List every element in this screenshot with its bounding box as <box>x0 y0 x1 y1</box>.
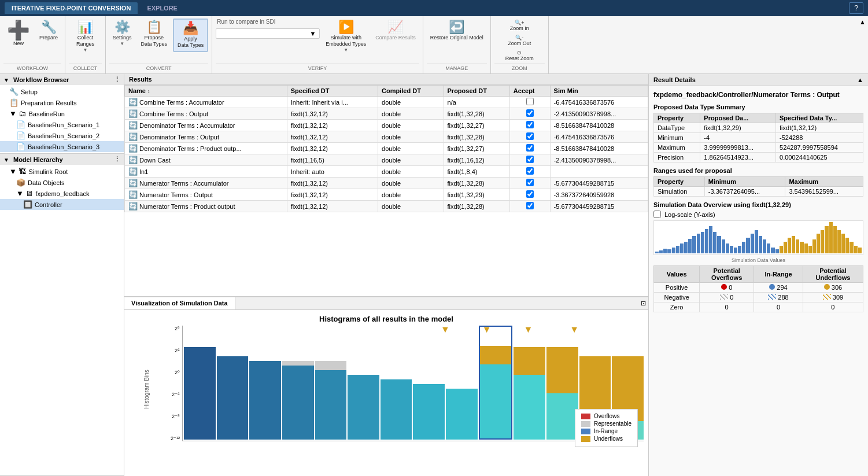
val-col-overflow: PotentialOverflows <box>700 266 754 283</box>
table-row[interactable]: 🔄 Numerator Terms : Output fixdt(1,32,12… <box>125 189 648 201</box>
table-row[interactable]: 🔄 In1 Inherit: auto double fixdt(1,8,4) <box>125 166 648 178</box>
cell-spec-dt: fixdt(1,32,12) <box>287 201 378 212</box>
content-area: Results Name ↕ Specified DT Compiled DT … <box>124 74 648 476</box>
cell-proposed-dt: fixdt(1,32,28) <box>444 108 509 120</box>
col-accept: Accept <box>509 86 550 97</box>
baseline-run-item[interactable]: ▼ 🗂 BaselineRun <box>0 108 124 119</box>
dropdown-arrow: ▼ <box>309 30 316 37</box>
cell-name: 🔄 Combine Terms : Accumulator <box>125 97 287 108</box>
cell-accept[interactable] <box>509 143 550 154</box>
title-tab-main[interactable]: ITERATIVE FIXED-POINT CONVERSION <box>5 2 138 14</box>
mini-bar <box>833 226 837 253</box>
cell-compiled-dt: double <box>378 97 444 108</box>
simulate-embedded-button[interactable]: ▶️ Simulate withEmbedded Types ▼ <box>322 19 370 55</box>
apply-icon: 📥 <box>183 22 198 35</box>
toolbar-zoom-section: 🔍+ Zoom In 🔍- Zoom Out ⊙ Reset Zoom ZOOM <box>491 16 549 73</box>
prop-col-property: Property <box>654 113 700 123</box>
zoom-buttons: 🔍+ Zoom In 🔍- Zoom Out ⊙ Reset Zoom <box>502 19 537 62</box>
reset-zoom-icon: ⊙ <box>517 50 522 56</box>
data-objects-item[interactable]: 📦 Data Objects <box>0 177 124 188</box>
right-panel: Result Details ▲ fxpdemo_feedback/Contro… <box>648 74 868 476</box>
cell-accept[interactable] <box>509 97 550 108</box>
col-name: Name ↕ <box>125 86 287 97</box>
bar-inrange <box>249 361 281 440</box>
cell-accept[interactable] <box>509 178 550 189</box>
col-proposed-dt: Proposed DT <box>444 86 509 97</box>
cell-compiled-dt: double <box>378 131 444 143</box>
results-table-container[interactable]: Name ↕ Specified DT Compiled DT Proposed… <box>124 85 648 296</box>
scenario1-item[interactable]: 📄 BaselineRun_Scenario_1 <box>0 119 124 130</box>
mini-chart-xlabel: Simulation Data Values <box>653 257 863 263</box>
propose-data-types-button[interactable]: 📋 ProposeData Types <box>138 19 171 50</box>
hist-column <box>282 326 314 440</box>
wb-menu-icon[interactable]: ⋮ <box>114 76 120 83</box>
cell-accept[interactable] <box>509 120 550 131</box>
toolbar-verify-section: Run to compare in SDI ▼ ▶️ Simulate with… <box>212 16 423 73</box>
collect-ranges-button[interactable]: 📊 CollectRanges ▼ <box>73 19 98 55</box>
table-row[interactable]: 🔄 Combine Terms : Output fixdt(1,32,12) … <box>125 108 648 120</box>
underflow-color <box>581 436 590 442</box>
table-row[interactable]: 🔄 Numerator Terms : Accumulator fixdt(1,… <box>125 178 648 189</box>
run-compare-dropdown[interactable]: ▼ <box>216 28 320 39</box>
compare-results-button[interactable]: 📈 Compare Results <box>372 19 419 43</box>
settings-button[interactable]: ⚙️ Settings ▼ <box>109 19 135 49</box>
cell-compiled-dt: double <box>378 178 444 189</box>
cell-spec-dt: fixdt(1,32,12) <box>287 189 378 201</box>
results-header: Results <box>124 74 648 85</box>
table-row[interactable]: 🔄 Denominator Terms : Accumulator fixdt(… <box>125 120 648 131</box>
preparation-results-item[interactable]: 📋 Preparation Results <box>0 97 124 108</box>
controller-item[interactable]: 🔲 Controller <box>0 199 124 210</box>
cell-sim-min: -2.41350090378998... <box>550 154 648 166</box>
new-button[interactable]: ➕ New <box>3 19 34 49</box>
bar-inrange <box>413 384 445 440</box>
cell-name: 🔄 Down Cast <box>125 154 287 166</box>
scenario3-item[interactable]: 📄 BaselineRun_Scenario_3 <box>0 141 124 152</box>
fxpdemo-item[interactable]: ▼ 🖥 fxpdemo_feedback <box>0 188 124 199</box>
mini-bar <box>784 242 787 253</box>
log-scale-checkbox[interactable] <box>653 211 661 218</box>
reset-zoom-button[interactable]: ⊙ Reset Zoom <box>502 49 537 62</box>
verify-label: VERIFY <box>216 64 419 71</box>
mini-bar <box>717 236 721 253</box>
simulink-root-item[interactable]: ▼ 🏗 Simulink Root <box>0 166 124 177</box>
baseline-icon: ▼ 🗂 <box>9 109 26 118</box>
model-hierarchy-header[interactable]: ▼ Model Hierarchy ⋮ <box>0 154 124 165</box>
cell-accept[interactable] <box>509 154 550 166</box>
cell-accept[interactable] <box>509 189 550 201</box>
mini-bar <box>829 222 833 253</box>
mini-bar <box>751 234 754 253</box>
title-tab-explore[interactable]: EXPLORE <box>140 2 184 14</box>
cell-accept[interactable] <box>509 131 550 143</box>
help-button[interactable]: ? <box>849 2 863 14</box>
prepare-button[interactable]: 🔧 Prepare <box>36 19 61 43</box>
mini-bar <box>713 232 716 253</box>
zoom-out-button[interactable]: 🔍- Zoom Out <box>502 34 537 47</box>
run-compare-label: Run to compare in SDI <box>217 19 320 25</box>
cell-accept[interactable] <box>509 201 550 212</box>
zoom-in-button[interactable]: 🔍+ Zoom In <box>502 19 537 32</box>
cell-accept[interactable] <box>509 166 550 178</box>
bar-underflow <box>546 347 578 393</box>
workflow-browser-header[interactable]: ▼ Workflow Browser ⋮ <box>0 74 124 85</box>
setup-item[interactable]: 🔧 Setup <box>0 86 124 97</box>
cell-accept[interactable] <box>509 108 550 120</box>
table-row[interactable]: 🔄 Denominator Terms : Output fixdt(1,32,… <box>125 131 648 143</box>
scenario2-item[interactable]: 📄 BaselineRun_Scenario_2 <box>0 130 124 141</box>
collect-label: COLLECT <box>69 64 102 71</box>
table-row[interactable]: 🔄 Denominator Terms : Product outp... fi… <box>125 143 648 154</box>
table-row[interactable]: 🔄 Combine Terms : Accumulator Inherit: I… <box>125 97 648 108</box>
mh-menu-icon[interactable]: ⋮ <box>114 156 120 163</box>
compare-icon: 📈 <box>387 21 403 34</box>
apply-data-types-button[interactable]: 📥 ApplyData Types <box>173 19 208 52</box>
cell-proposed-dt: fixdt(1,32,27) <box>444 143 509 154</box>
proposed-summary-title: Proposed Data Type Summary <box>653 104 863 110</box>
cell-sim-min: -5.677304459288715 <box>550 178 648 189</box>
table-row[interactable]: 🔄 Down Cast fixdt(1,16,5) double fixdt(1… <box>125 154 648 166</box>
right-panel-expand[interactable]: ▲ <box>857 76 863 83</box>
restore-original-button[interactable]: ↩️ Restore Original Model <box>427 19 487 43</box>
viz-expand-icon[interactable]: ⊡ <box>638 297 648 309</box>
table-row[interactable]: 🔄 Numerator Terms : Product output fixdt… <box>125 201 648 212</box>
cell-spec-dt: fixdt(1,16,5) <box>287 154 378 166</box>
toolbar-collapse[interactable]: ▲ <box>857 16 868 73</box>
viz-tab-simulation[interactable]: Visualization of Simulation Data <box>124 297 235 309</box>
